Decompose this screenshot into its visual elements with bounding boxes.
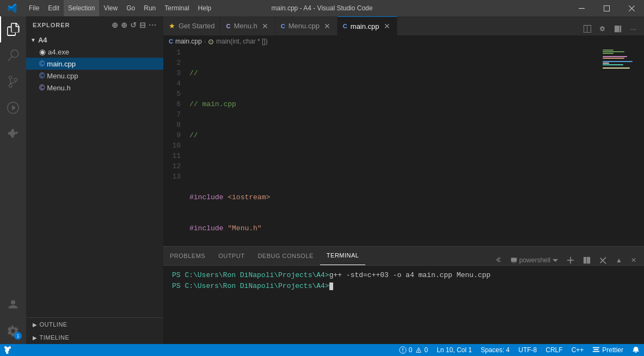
breadcrumb-function[interactable]: main(int, char * []): [216, 38, 268, 45]
panel-toolbar: powershell ▲ ✕: [488, 255, 644, 265]
explorer-activity-icon[interactable]: [0, 16, 26, 42]
breadcrumb-filename[interactable]: main.cpp: [175, 38, 202, 45]
tree-root-a4[interactable]: ▼ A4: [26, 34, 163, 46]
formatter-text: Prettier: [602, 346, 623, 354]
tab-debug-console[interactable]: DEBUG CONSOLE: [251, 246, 320, 265]
menu-file[interactable]: File: [24, 0, 44, 16]
tab-label-menucpp: Menu.cpp: [289, 22, 320, 30]
tree-item-a4exe[interactable]: ◉ a4.exe: [26, 46, 163, 58]
minimap: [600, 47, 644, 246]
maximize-panel-button[interactable]: ▲: [612, 255, 625, 265]
account-activity-icon[interactable]: [0, 292, 26, 318]
tree-item-maincpp[interactable]: © main.cpp: [26, 58, 163, 70]
run-debug-activity-icon[interactable]: [0, 95, 26, 121]
terminal-path-1: PS C:\Users\Ron DiNapoli\Projects\A4>: [172, 270, 329, 281]
status-language[interactable]: C++: [567, 344, 588, 356]
timeline-label: TIMELINE: [40, 334, 70, 341]
status-notifications[interactable]: [628, 344, 644, 356]
line-numbers: 1 2 3 4 5 6 7 8 9 10 11 12 13: [163, 47, 185, 246]
menu-edit[interactable]: Edit: [44, 0, 64, 16]
status-formatter[interactable]: Prettier: [588, 344, 628, 356]
tab-menuh[interactable]: C Menu.h ✕: [220, 16, 275, 35]
maximize-button[interactable]: [594, 0, 619, 16]
add-terminal-button[interactable]: [563, 255, 578, 265]
refresh-icon[interactable]: ↺: [130, 21, 137, 29]
menu-view[interactable]: View: [99, 0, 122, 16]
minimap-line: [603, 56, 627, 57]
search-activity-icon[interactable]: [0, 42, 26, 69]
tab-terminal[interactable]: TERMINAL: [320, 246, 366, 265]
vscode-logo: [0, 0, 24, 16]
extensions-activity-icon[interactable]: [0, 121, 26, 147]
collapse-all-icon[interactable]: ⊟: [139, 21, 146, 29]
sidebar: EXPLORER ⊕ ⊕ ↺ ⊟ ··· ▼ A4 ◉ a4.exe: [26, 16, 163, 344]
tab-problems[interactable]: PROBLEMS: [163, 246, 212, 265]
menu-selection[interactable]: Selection: [64, 0, 99, 16]
outline-section[interactable]: ▶ OUTLINE: [26, 318, 163, 331]
terminal-content[interactable]: PS C:\Users\Ron DiNapoli\Projects\A4> g+…: [163, 266, 644, 344]
tab-label-maincpp: main.cpp: [351, 22, 379, 30]
file-label-maincpp: main.cpp: [47, 60, 76, 68]
minimap-line: [603, 67, 630, 69]
new-file-icon[interactable]: ⊕: [112, 21, 119, 29]
tree-item-menuh[interactable]: © Menu.h: [26, 82, 163, 94]
source-control-activity-icon[interactable]: [0, 69, 26, 95]
new-folder-icon[interactable]: ⊕: [121, 21, 128, 29]
more-actions-button[interactable]: ···: [627, 22, 640, 35]
eol-text: CRLF: [545, 346, 562, 354]
file-label-menucpp: Menu.cpp: [47, 72, 78, 80]
root-folder-label: A4: [38, 36, 47, 44]
tab-close-maincpp[interactable]: ✕: [383, 22, 391, 30]
file-tree: ▼ A4 ◉ a4.exe © main.cpp © Menu.cpp ©: [26, 34, 163, 317]
panel-tabs: PROBLEMS OUTPUT DEBUG CONSOLE TERMINAL p…: [163, 247, 644, 266]
kill-terminal-button[interactable]: [596, 255, 610, 265]
close-button[interactable]: [619, 0, 644, 16]
tab-maincpp[interactable]: C main.cpp ✕: [338, 16, 397, 35]
terminal-shell-selector[interactable]: powershell: [507, 255, 561, 265]
settings-activity-icon[interactable]: 1: [0, 318, 26, 344]
code-editor[interactable]: 1 2 3 4 5 6 7 8 9 10 11 12 13 // // main…: [163, 47, 600, 246]
svg-point-2: [402, 351, 403, 352]
minimize-button[interactable]: [569, 0, 594, 16]
titlebar: File Edit Selection View Go Run Terminal…: [0, 0, 644, 16]
new-terminal-button[interactable]: [492, 256, 505, 265]
sidebar-header: EXPLORER ⊕ ⊕ ↺ ⊟ ···: [26, 16, 163, 34]
status-errors[interactable]: 0 0: [395, 344, 432, 356]
status-spaces[interactable]: Spaces: 4: [476, 344, 514, 356]
breadcrumb-separator: ›: [204, 39, 206, 45]
breadcrumb: C main.cpp › ⊙ main(int, char * []): [163, 35, 644, 47]
close-panel-button[interactable]: ✕: [628, 255, 640, 265]
tree-item-menucpp[interactable]: © Menu.cpp: [26, 70, 163, 82]
tab-close-menucpp[interactable]: ✕: [323, 22, 332, 30]
tab-bar: ★ Get Started C Menu.h ✕ C Menu.cpp ✕ C …: [163, 16, 644, 35]
code-minimap-wrapper: 1 2 3 4 5 6 7 8 9 10 11 12 13 // // main…: [163, 47, 644, 246]
status-encoding[interactable]: UTF-8: [514, 344, 541, 356]
spaces-text: Spaces: 4: [481, 346, 510, 354]
menu-help[interactable]: Help: [194, 0, 216, 16]
file-label-menuh: Menu.h: [47, 84, 70, 92]
outline-label: OUTLINE: [40, 321, 68, 328]
menu-go[interactable]: Go: [122, 0, 139, 16]
code-content[interactable]: // // main.cpp // #include <iostream> #i…: [185, 47, 600, 246]
tab-output[interactable]: OUTPUT: [212, 246, 251, 265]
split-terminal-button[interactable]: [580, 255, 594, 265]
line-col-text: Ln 10, Col 1: [437, 346, 472, 354]
toggle-sidebar-button[interactable]: [611, 22, 624, 35]
tab-menucpp[interactable]: C Menu.cpp ✕: [275, 16, 338, 35]
terminal-path-2: PS C:\Users\Ron DiNapoli\Projects\A4>: [172, 281, 329, 292]
status-bar: 0 0 Ln 10, Col 1 Spaces: 4 UTF-8 CRLF C+…: [0, 344, 644, 356]
menu-run[interactable]: Run: [139, 0, 160, 16]
tab-close-menuh[interactable]: ✕: [261, 22, 269, 30]
settings-editor-button[interactable]: [596, 22, 609, 35]
timeline-section[interactable]: ▶ TIMELINE: [26, 331, 163, 344]
tab-get-started[interactable]: ★ Get Started: [163, 16, 220, 35]
minimap-line: [603, 61, 633, 62]
split-editor-button[interactable]: [581, 22, 594, 35]
more-actions-icon[interactable]: ···: [149, 21, 157, 29]
menu-terminal[interactable]: Terminal: [160, 0, 193, 16]
star-icon: ★: [169, 22, 175, 30]
status-line-col[interactable]: Ln 10, Col 1: [432, 344, 476, 356]
status-branch[interactable]: [0, 344, 16, 356]
sidebar-header-icons: ⊕ ⊕ ↺ ⊟ ···: [112, 21, 157, 29]
status-eol[interactable]: CRLF: [541, 344, 567, 356]
